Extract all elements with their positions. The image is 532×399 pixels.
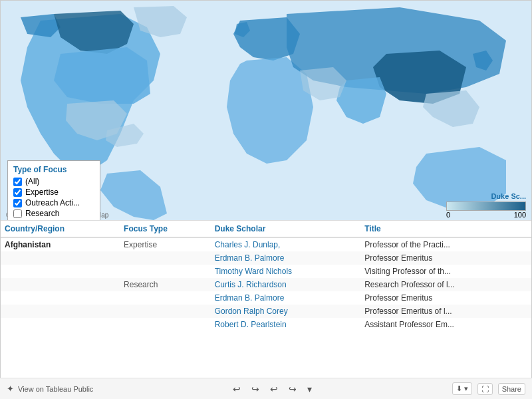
filter-label-outreach: Outreach Acti... (25, 198, 80, 207)
cell-title: Visiting Professor of th... (360, 265, 532, 278)
filter-item-expertise[interactable]: Expertise (13, 188, 94, 197)
data-table: Country/Region Focus Type Duke Scholar T… (1, 221, 532, 331)
scholar-link[interactable]: Erdman B. Palmore (215, 253, 285, 263)
table-header-row: Country/Region Focus Type Duke Scholar T… (1, 221, 532, 237)
share-button[interactable]: Share (498, 383, 525, 395)
scholar-link[interactable]: Erdman B. Palmore (215, 293, 285, 303)
color-scale: Duke Sc... 0 100 (446, 192, 526, 219)
filter-item-research[interactable]: Research (13, 209, 94, 218)
cell-country (1, 278, 120, 291)
cell-title: Professor Emeritus (360, 291, 532, 305)
play-button[interactable]: ▾ (305, 382, 315, 396)
cell-title: Professor Emeritus of l... (360, 305, 532, 318)
footer-right-controls: ⬇ ▾ ⛶ Share (452, 382, 525, 395)
cell-title: Assistant Professor Em... (360, 318, 532, 331)
scholar-link[interactable]: Curtis J. Richardson (215, 280, 287, 289)
table-row: AfghanistanExpertiseCharles J. Dunlap,Pr… (1, 237, 532, 251)
footer-toolbar: ✦ View on Tableau Public ↩ ↪ ↩ ↪ ▾ ⬇ ▾ ⛶… (0, 378, 532, 399)
filter-checkbox-all[interactable] (13, 178, 22, 186)
redo-button[interactable]: ↪ (249, 382, 262, 396)
scale-numbers: 0 100 (446, 211, 526, 219)
table-row: Erdman B. PalmoreProfessor Emeritus (1, 291, 532, 305)
col-header-title: Title (360, 221, 532, 237)
cell-scholar[interactable]: Robert D. Pearlstein (211, 318, 361, 331)
footer-center-controls: ↩ ↪ ↩ ↪ ▾ (230, 382, 315, 396)
cell-scholar[interactable]: Erdman B. Palmore (211, 251, 361, 265)
data-table-container: Country/Region Focus Type Duke Scholar T… (1, 220, 532, 373)
cell-title: Professor Emeritus (360, 251, 532, 265)
cell-focus (120, 305, 211, 318)
table-row: Robert D. PearlsteinAssistant Professor … (1, 318, 532, 331)
cell-country: Afghanistan (1, 237, 120, 251)
scale-label: Duke Sc... (491, 192, 526, 200)
footer-left: ✦ View on Tableau Public (7, 384, 93, 394)
scholar-link[interactable]: Robert D. Pearlstein (215, 320, 287, 329)
cell-focus (120, 318, 211, 331)
cell-scholar[interactable]: Charles J. Dunlap, (211, 237, 361, 251)
tableau-public-link[interactable]: View on Tableau Public (18, 385, 93, 393)
cell-country (1, 318, 120, 331)
col-header-focus: Focus Type (120, 221, 211, 237)
filter-item-all[interactable]: (All) (13, 177, 94, 186)
cell-country (1, 251, 120, 265)
map-container: Type of Focus (All) Expertise Outreach A… (1, 1, 532, 220)
scholar-link[interactable]: Gordon Ralph Corey (215, 307, 288, 316)
filter-checkbox-outreach[interactable] (13, 199, 22, 207)
cell-scholar[interactable]: Curtis J. Richardson (211, 278, 361, 291)
col-header-scholar: Duke Scholar (211, 221, 361, 237)
filter-checkbox-expertise[interactable] (13, 188, 22, 197)
cell-country (1, 305, 120, 318)
table-row: Gordon Ralph CoreyProfessor Emeritus of … (1, 305, 532, 318)
scholar-link[interactable]: Timothy Ward Nichols (215, 267, 292, 276)
cell-focus (120, 251, 211, 265)
filter-label-research: Research (25, 209, 59, 218)
col-header-country: Country/Region (1, 221, 120, 237)
filter-label-all: (All) (25, 177, 39, 186)
cell-focus: Research (120, 278, 211, 291)
filter-item-outreach[interactable]: Outreach Acti... (13, 198, 94, 207)
scale-bar (446, 201, 526, 211)
fullscreen-button[interactable]: ⛶ (477, 383, 493, 395)
cell-scholar[interactable]: Gordon Ralph Corey (211, 305, 361, 318)
table-row: Erdman B. PalmoreProfessor Emeritus (1, 251, 532, 265)
forward-button[interactable]: ↪ (286, 382, 299, 396)
cell-title: Research Professor of l... (360, 278, 532, 291)
undo-button[interactable]: ↩ (230, 382, 243, 396)
tableau-icon: ✦ (7, 384, 14, 394)
scale-min: 0 (446, 211, 450, 219)
table-row: Timothy Ward NicholsVisiting Professor o… (1, 265, 532, 278)
filter-label-expertise: Expertise (25, 188, 59, 197)
filter-checkbox-research[interactable] (13, 209, 22, 218)
scholar-link[interactable]: Charles J. Dunlap, (215, 240, 281, 249)
cell-focus: Expertise (120, 237, 211, 251)
focus-filter-box: Type of Focus (All) Expertise Outreach A… (7, 160, 100, 220)
cell-country (1, 291, 120, 305)
cell-country (1, 265, 120, 278)
focus-filter-title: Type of Focus (13, 165, 94, 174)
cell-focus (120, 265, 211, 278)
back-button[interactable]: ↩ (267, 382, 281, 396)
cell-title: Professor of the Practi... (360, 237, 532, 251)
cell-scholar[interactable]: Erdman B. Palmore (211, 291, 361, 305)
cell-focus (120, 291, 211, 305)
table-row: ResearchCurtis J. RichardsonResearch Pro… (1, 278, 532, 291)
download-button[interactable]: ⬇ ▾ (452, 382, 472, 395)
scale-max: 100 (514, 211, 526, 219)
cell-scholar[interactable]: Timothy Ward Nichols (211, 265, 361, 278)
